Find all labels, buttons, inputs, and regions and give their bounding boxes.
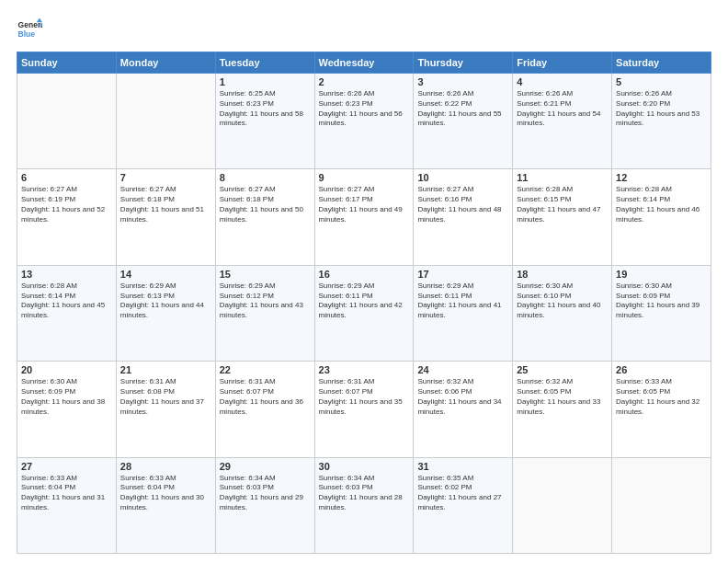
day-number: 11 xyxy=(517,172,608,183)
svg-text:Blue: Blue xyxy=(18,29,36,39)
weekday-saturday: Saturday xyxy=(612,52,711,74)
day-info: Sunrise: 6:35 AM Sunset: 6:02 PM Dayligh… xyxy=(417,474,508,513)
day-number: 13 xyxy=(21,269,112,280)
day-number: 2 xyxy=(319,76,410,87)
day-info: Sunrise: 6:28 AM Sunset: 6:15 PM Dayligh… xyxy=(517,185,608,224)
day-cell: 9Sunrise: 6:27 AM Sunset: 6:17 PM Daylig… xyxy=(314,169,414,265)
day-cell: 22Sunrise: 6:31 AM Sunset: 6:07 PM Dayli… xyxy=(215,362,314,457)
day-number: 1 xyxy=(220,76,311,87)
day-cell: 23Sunrise: 6:31 AM Sunset: 6:07 PM Dayli… xyxy=(314,362,414,457)
day-number: 23 xyxy=(319,364,410,375)
day-number: 28 xyxy=(120,461,211,472)
day-info: Sunrise: 6:25 AM Sunset: 6:23 PM Dayligh… xyxy=(220,89,311,129)
day-cell: 30Sunrise: 6:34 AM Sunset: 6:03 PM Dayli… xyxy=(314,457,414,553)
day-info: Sunrise: 6:26 AM Sunset: 6:22 PM Dayligh… xyxy=(417,89,508,129)
day-info: Sunrise: 6:26 AM Sunset: 6:21 PM Dayligh… xyxy=(517,89,608,129)
day-cell: 28Sunrise: 6:33 AM Sunset: 6:04 PM Dayli… xyxy=(116,457,215,553)
week-row-4: 20Sunrise: 6:30 AM Sunset: 6:09 PM Dayli… xyxy=(17,362,711,457)
day-cell: 18Sunrise: 6:30 AM Sunset: 6:10 PM Dayli… xyxy=(513,265,612,361)
weekday-wednesday: Wednesday xyxy=(314,52,414,74)
day-number: 10 xyxy=(417,172,508,183)
week-row-2: 6Sunrise: 6:27 AM Sunset: 6:19 PM Daylig… xyxy=(17,169,711,265)
day-cell: 2Sunrise: 6:26 AM Sunset: 6:23 PM Daylig… xyxy=(314,74,414,169)
day-info: Sunrise: 6:29 AM Sunset: 6:11 PM Dayligh… xyxy=(319,282,410,321)
day-info: Sunrise: 6:28 AM Sunset: 6:14 PM Dayligh… xyxy=(21,282,112,321)
day-cell: 31Sunrise: 6:35 AM Sunset: 6:02 PM Dayli… xyxy=(414,457,513,553)
day-number: 24 xyxy=(417,364,508,375)
day-cell: 3Sunrise: 6:26 AM Sunset: 6:22 PM Daylig… xyxy=(414,74,513,169)
weekday-friday: Friday xyxy=(513,52,612,74)
day-cell: 21Sunrise: 6:31 AM Sunset: 6:08 PM Dayli… xyxy=(116,362,215,457)
day-info: Sunrise: 6:27 AM Sunset: 6:19 PM Dayligh… xyxy=(21,185,112,224)
day-cell: 13Sunrise: 6:28 AM Sunset: 6:14 PM Dayli… xyxy=(17,265,117,361)
day-info: Sunrise: 6:31 AM Sunset: 6:07 PM Dayligh… xyxy=(319,377,410,417)
day-number: 14 xyxy=(120,269,211,280)
day-info: Sunrise: 6:34 AM Sunset: 6:03 PM Dayligh… xyxy=(319,474,410,513)
weekday-monday: Monday xyxy=(116,52,215,74)
day-cell: 12Sunrise: 6:28 AM Sunset: 6:14 PM Dayli… xyxy=(612,169,711,265)
day-number: 27 xyxy=(21,461,112,472)
day-cell: 6Sunrise: 6:27 AM Sunset: 6:19 PM Daylig… xyxy=(17,169,117,265)
day-cell: 19Sunrise: 6:30 AM Sunset: 6:09 PM Dayli… xyxy=(612,265,711,361)
day-number: 4 xyxy=(517,76,608,87)
day-info: Sunrise: 6:30 AM Sunset: 6:09 PM Dayligh… xyxy=(616,282,707,321)
day-info: Sunrise: 6:27 AM Sunset: 6:17 PM Dayligh… xyxy=(319,185,410,224)
day-number: 9 xyxy=(319,172,410,183)
day-info: Sunrise: 6:27 AM Sunset: 6:18 PM Dayligh… xyxy=(220,185,311,224)
day-cell: 27Sunrise: 6:33 AM Sunset: 6:04 PM Dayli… xyxy=(17,457,117,553)
day-info: Sunrise: 6:33 AM Sunset: 6:04 PM Dayligh… xyxy=(120,474,211,513)
day-cell: 11Sunrise: 6:28 AM Sunset: 6:15 PM Dayli… xyxy=(513,169,612,265)
day-info: Sunrise: 6:30 AM Sunset: 6:09 PM Dayligh… xyxy=(21,377,112,417)
logo: General Blue xyxy=(17,17,42,42)
day-number: 25 xyxy=(517,364,608,375)
day-number: 6 xyxy=(21,172,112,183)
day-info: Sunrise: 6:33 AM Sunset: 6:04 PM Dayligh… xyxy=(21,474,112,513)
day-cell: 24Sunrise: 6:32 AM Sunset: 6:06 PM Dayli… xyxy=(414,362,513,457)
day-info: Sunrise: 6:26 AM Sunset: 6:23 PM Dayligh… xyxy=(319,89,410,129)
day-info: Sunrise: 6:26 AM Sunset: 6:20 PM Dayligh… xyxy=(616,89,707,129)
day-info: Sunrise: 6:27 AM Sunset: 6:18 PM Dayligh… xyxy=(120,185,211,224)
day-number: 31 xyxy=(417,461,508,472)
calendar-table: SundayMondayTuesdayWednesdayThursdayFrid… xyxy=(17,52,711,554)
day-info: Sunrise: 6:34 AM Sunset: 6:03 PM Dayligh… xyxy=(220,474,311,513)
day-info: Sunrise: 6:29 AM Sunset: 6:13 PM Dayligh… xyxy=(120,282,211,321)
day-info: Sunrise: 6:27 AM Sunset: 6:16 PM Dayligh… xyxy=(417,185,508,224)
day-info: Sunrise: 6:32 AM Sunset: 6:05 PM Dayligh… xyxy=(517,377,608,417)
day-number: 12 xyxy=(616,172,707,183)
day-number: 22 xyxy=(220,364,311,375)
day-cell xyxy=(513,457,612,553)
day-cell: 5Sunrise: 6:26 AM Sunset: 6:20 PM Daylig… xyxy=(612,74,711,169)
day-number: 26 xyxy=(616,364,707,375)
weekday-thursday: Thursday xyxy=(414,52,513,74)
day-info: Sunrise: 6:30 AM Sunset: 6:10 PM Dayligh… xyxy=(517,282,608,321)
day-cell: 7Sunrise: 6:27 AM Sunset: 6:18 PM Daylig… xyxy=(116,169,215,265)
day-number: 18 xyxy=(517,269,608,280)
day-cell: 20Sunrise: 6:30 AM Sunset: 6:09 PM Dayli… xyxy=(17,362,117,457)
day-info: Sunrise: 6:28 AM Sunset: 6:14 PM Dayligh… xyxy=(616,185,707,224)
day-cell: 25Sunrise: 6:32 AM Sunset: 6:05 PM Dayli… xyxy=(513,362,612,457)
day-cell: 17Sunrise: 6:29 AM Sunset: 6:11 PM Dayli… xyxy=(414,265,513,361)
day-number: 3 xyxy=(417,76,508,87)
day-cell: 1Sunrise: 6:25 AM Sunset: 6:23 PM Daylig… xyxy=(215,74,314,169)
day-number: 15 xyxy=(220,269,311,280)
day-number: 16 xyxy=(319,269,410,280)
page: General Blue SundayMondayTuesdayWednesda… xyxy=(0,0,728,563)
header: General Blue xyxy=(17,17,711,42)
day-number: 21 xyxy=(120,364,211,375)
day-cell: 10Sunrise: 6:27 AM Sunset: 6:16 PM Dayli… xyxy=(414,169,513,265)
week-row-3: 13Sunrise: 6:28 AM Sunset: 6:14 PM Dayli… xyxy=(17,265,711,361)
day-number: 17 xyxy=(417,269,508,280)
day-cell: 14Sunrise: 6:29 AM Sunset: 6:13 PM Dayli… xyxy=(116,265,215,361)
day-number: 8 xyxy=(220,172,311,183)
day-number: 19 xyxy=(616,269,707,280)
weekday-sunday: Sunday xyxy=(17,52,117,74)
day-info: Sunrise: 6:31 AM Sunset: 6:07 PM Dayligh… xyxy=(220,377,311,417)
day-info: Sunrise: 6:31 AM Sunset: 6:08 PM Dayligh… xyxy=(120,377,211,417)
day-info: Sunrise: 6:29 AM Sunset: 6:11 PM Dayligh… xyxy=(417,282,508,321)
day-number: 20 xyxy=(21,364,112,375)
day-cell: 4Sunrise: 6:26 AM Sunset: 6:21 PM Daylig… xyxy=(513,74,612,169)
day-cell xyxy=(17,74,117,169)
day-cell: 8Sunrise: 6:27 AM Sunset: 6:18 PM Daylig… xyxy=(215,169,314,265)
day-cell: 15Sunrise: 6:29 AM Sunset: 6:12 PM Dayli… xyxy=(215,265,314,361)
week-row-1: 1Sunrise: 6:25 AM Sunset: 6:23 PM Daylig… xyxy=(17,74,711,169)
